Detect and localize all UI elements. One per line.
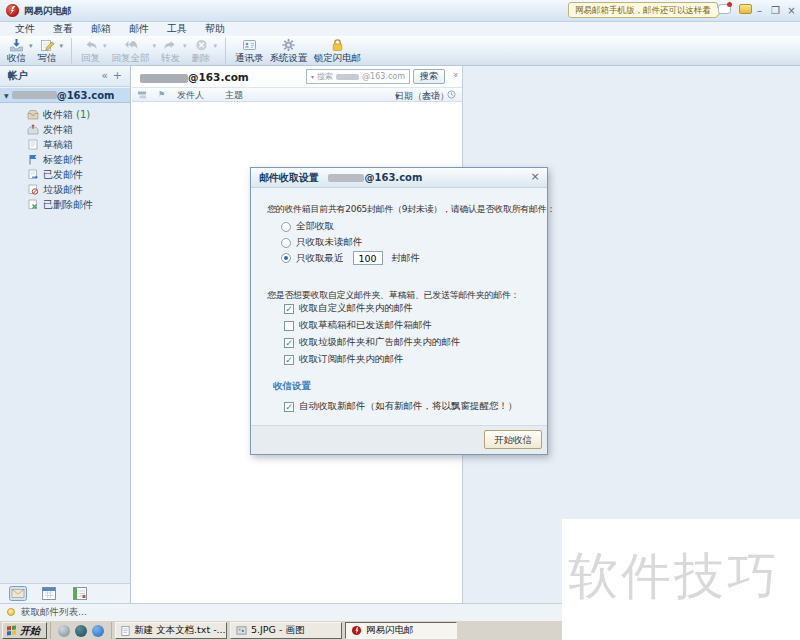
subject-column-header[interactable]: 主题: [225, 89, 243, 101]
radio-selected-icon[interactable]: [281, 253, 291, 263]
menu-help[interactable]: 帮助: [196, 22, 234, 36]
reply-all-icon: [123, 38, 138, 52]
forward-dropdown-icon[interactable]: ▾: [183, 42, 187, 50]
column-header-row: ⚑ 发件人 主题 日期（会话） ▾ 大小: [132, 88, 462, 102]
lock-app-button[interactable]: 锁定闪电邮: [311, 37, 365, 64]
reply-all-button[interactable]: 回复全部: [109, 37, 153, 64]
redacted-account-name: [336, 74, 359, 80]
receive-mail-button[interactable]: 收信: [4, 37, 29, 64]
menu-mailbox[interactable]: 邮箱: [82, 22, 120, 36]
sent-mail-icon: [27, 169, 39, 180]
menu-view[interactable]: 查看: [44, 22, 82, 36]
watermark-text: 软件技巧: [568, 543, 780, 610]
contacts-button[interactable]: 通讯录: [232, 37, 267, 64]
sender-column-header[interactable]: 发件人: [177, 89, 204, 101]
radio-icon[interactable]: [281, 238, 291, 248]
menu-file[interactable]: 文件: [6, 22, 44, 36]
reply-button[interactable]: 回复: [78, 37, 103, 64]
checkbox-custom-folders[interactable]: ✓ 收取自定义邮件夹内的邮件: [284, 302, 413, 315]
checkbox-subscription-folder[interactable]: ✓ 收取订阅邮件夹内的邮件: [284, 353, 404, 366]
checkbox-checked-icon[interactable]: ✓: [284, 338, 294, 348]
minimize-button[interactable]: –: [752, 4, 767, 18]
system-settings-button[interactable]: 系统设置: [267, 37, 311, 64]
sidebar-item-junk[interactable]: 垃圾邮件: [0, 182, 130, 197]
forward-button[interactable]: 转发: [158, 37, 183, 64]
checkbox-checked-icon[interactable]: ✓: [284, 304, 294, 314]
checkbox-checked-icon[interactable]: ✓: [284, 355, 294, 365]
mail-retrieval-settings-dialog: 邮件收取设置 @163.com × 您的收件箱目前共有2065封邮件（9封未读）…: [250, 167, 548, 455]
start-button[interactable]: 开始: [2, 622, 47, 639]
receive-settings-heading: 收信设置: [273, 380, 311, 393]
reply-dropdown-icon[interactable]: ▾: [103, 42, 107, 50]
sidebar-item-inbox[interactable]: 收件箱 (1): [0, 107, 130, 122]
gear-icon: [281, 38, 296, 52]
search-scope-dropdown-icon[interactable]: ▾: [311, 73, 314, 80]
menubar: 文件 查看 邮箱 邮件 工具 帮助: [0, 22, 800, 36]
checkbox-junk-ad-folders[interactable]: ✓ 收取垃圾邮件夹和广告邮件夹内的邮件: [284, 336, 461, 349]
calendar-panel-icon[interactable]: [40, 586, 58, 601]
compose-dropdown-icon[interactable]: ▾: [60, 42, 64, 50]
show-desktop-icon[interactable]: [58, 625, 70, 637]
sidebar-item-sent[interactable]: 已发邮件: [0, 167, 130, 182]
dialog-footer: 开始收信: [251, 425, 547, 454]
dialog-body: 您的收件箱目前共有2065封邮件（9封未读），请确认是否收取所有邮件： 全部收取…: [251, 188, 547, 426]
size-column-header[interactable]: 大小: [422, 89, 440, 101]
sidebar-item-tagged[interactable]: 标签邮件: [0, 152, 130, 167]
paint-icon: [236, 625, 247, 636]
recent-count-input[interactable]: [353, 251, 383, 265]
radio-receive-unread[interactable]: 只收取未读邮件: [281, 236, 363, 249]
account-node[interactable]: ▼ @163.com: [0, 87, 130, 103]
toolbar-separator: [71, 38, 72, 64]
checkbox-unchecked-icon[interactable]: [284, 321, 294, 331]
radio-receive-recent[interactable]: 只收取最近 封邮件: [281, 251, 420, 265]
time-column-icon[interactable]: [447, 90, 456, 99]
drafts-icon: [27, 139, 39, 150]
reply-all-dropdown-icon[interactable]: ▾: [153, 42, 157, 50]
conversation-view-icon[interactable]: [137, 90, 147, 100]
accounts-sidebar: 帐户 « + ▼ @163.com 收件箱 (1) 发件箱 草稿箱 标签邮件 已…: [0, 66, 131, 583]
list-header: @163.com ▾ 搜索 @163.com 搜索 »: [132, 66, 462, 88]
search-input[interactable]: ▾ 搜索 @163.com: [306, 69, 410, 84]
redacted-account-name: [12, 91, 57, 99]
flag-column-header[interactable]: ⚑: [158, 89, 165, 101]
deleted-mail-icon: [27, 199, 39, 210]
messenger-icon[interactable]: [75, 625, 87, 637]
contacts-icon: [242, 38, 257, 52]
mail-panel-icon[interactable]: [9, 586, 27, 601]
lock-icon: [330, 38, 345, 52]
compose-mail-button[interactable]: 写信: [35, 37, 60, 64]
notepad-icon: [121, 625, 130, 637]
dialog-close-button[interactable]: ×: [528, 170, 542, 184]
current-mailbox-title: @163.com: [140, 71, 249, 83]
search-button[interactable]: 搜索: [413, 69, 445, 84]
notification-bubble-icon[interactable]: [718, 4, 731, 14]
mobile-mail-icon[interactable]: [739, 4, 752, 14]
restore-button[interactable]: ❐: [768, 4, 783, 18]
checkbox-checked-icon[interactable]: ✓: [284, 402, 294, 412]
menu-tools[interactable]: 工具: [158, 22, 196, 36]
sidebar-item-trash[interactable]: 已删除邮件: [0, 197, 130, 212]
radio-icon[interactable]: [281, 222, 291, 232]
checkbox-drafts-sent[interactable]: 收取草稿箱和已发送邮件箱邮件: [284, 319, 432, 332]
radio-receive-all[interactable]: 全部收取: [281, 220, 334, 233]
checkbox-auto-receive[interactable]: ✓ 自动收取新邮件（如有新邮件，将以飘窗提醒您！）: [284, 400, 518, 413]
windows-flag-icon: [7, 625, 17, 636]
taskbar-item-notepad[interactable]: 新建 文本文档.txt -...: [115, 622, 227, 639]
taskbar-item-paint[interactable]: 5.JPG - 画图: [230, 622, 342, 639]
outbox-icon: [27, 124, 39, 135]
receive-dropdown-icon[interactable]: ▾: [29, 42, 33, 50]
delete-dropdown-icon[interactable]: ▾: [214, 42, 218, 50]
sidebar-item-drafts[interactable]: 草稿箱: [0, 137, 130, 152]
sidebar-item-outbox[interactable]: 发件箱: [0, 122, 130, 137]
taskbar-item-flashmail[interactable]: 网易闪电邮: [345, 622, 457, 639]
add-account-button[interactable]: +: [113, 66, 122, 86]
collapse-sidebar-button[interactable]: «: [101, 66, 108, 86]
contacts-panel-icon[interactable]: [71, 586, 89, 601]
start-receiving-button[interactable]: 开始收信: [484, 430, 542, 449]
unread-count: (1): [76, 109, 90, 120]
browser-icon[interactable]: [92, 625, 104, 637]
delete-button[interactable]: 删除: [189, 37, 214, 64]
expand-search-icon[interactable]: »: [451, 72, 461, 78]
close-button[interactable]: ×: [784, 4, 799, 18]
menu-mail[interactable]: 邮件: [120, 22, 158, 36]
